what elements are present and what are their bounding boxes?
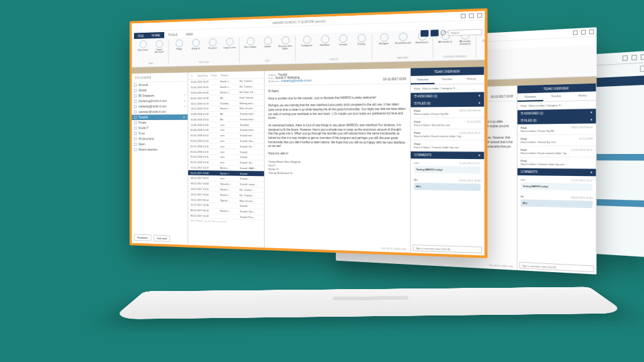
folder-icon — [134, 94, 136, 97]
folder-icon — [134, 84, 136, 87]
folder-nordic-it[interactable]: Nordic IT — [132, 125, 188, 131]
last-used-button[interactable]: Last used — [153, 234, 170, 241]
ribbon-icon — [209, 38, 216, 47]
ribbon-group-label: STATUS — [299, 57, 370, 62]
folder-recent-searches[interactable]: Recent searches — [132, 147, 188, 153]
ribbon-icon — [226, 38, 233, 46]
folders-panel: FOLDERS All emailSharedBD Singapore7char… — [132, 72, 189, 244]
ribbon-priority-button[interactable]: Priority — [353, 34, 370, 46]
ribbon-categorize-button[interactable]: Categorize — [299, 35, 315, 47]
message-row[interactable]: 11-09-2018 14:34comTemplate — [188, 122, 264, 128]
tab-view[interactable]: VIEW — [182, 31, 197, 37]
folder-icon — [134, 105, 136, 108]
ribbon-group-label: NEW — [136, 62, 167, 65]
nav-back-icon[interactable] — [421, 30, 429, 37]
ribbon-icon — [247, 37, 254, 45]
folder-private[interactable]: Private — [132, 120, 188, 126]
ribbon-icon — [140, 40, 147, 48]
team-tab-timeline[interactable]: Timeline — [543, 92, 569, 102]
window-controls[interactable] — [461, 13, 482, 19]
message-list: ▢ Date/Time From Subject 15-01-2019 16:4… — [188, 71, 265, 248]
folder-all-documents[interactable]: All documents — [132, 136, 188, 142]
comment-input[interactable] — [413, 244, 482, 253]
folder-to-do[interactable]: To do — [132, 131, 188, 136]
maximize-icon[interactable] — [469, 13, 474, 18]
folder-icon — [134, 138, 136, 141]
ribbon-import-document-button[interactable]: Import document — [152, 40, 166, 53]
folder-icon — [134, 148, 136, 151]
ribbon-unread-button[interactable]: Unread — [335, 34, 351, 46]
folder-spam[interactable]: Spam — [132, 141, 188, 147]
reference-id: Ref 181217-0001#106 — [489, 264, 513, 268]
filed-item[interactable]: Filed12-12-2018Filed in folder: Shared \… — [518, 134, 596, 146]
comment-item: Me05-02-2019 10:34dfhs — [411, 175, 484, 194]
tab-tools[interactable]: TOOLS — [164, 31, 182, 38]
ribbon-navigate-button[interactable]: Navigate — [375, 33, 392, 45]
ribbon-reply-button[interactable]: Reply — [172, 39, 187, 50]
search-input[interactable] — [448, 29, 482, 36]
message-row[interactable]: 01-01-2018 13:22comTutorial text — [188, 133, 264, 139]
col-subject[interactable]: Subject — [221, 74, 228, 77]
message-row[interactable]: 01-04-2018 12:04comTutorial-read… — [188, 128, 264, 133]
ribbon-icon — [380, 33, 388, 42]
folders-header: FOLDERS — [132, 72, 188, 82]
ribbon-copy-to-new-button[interactable]: Copy to new — [222, 38, 237, 49]
ribbon-forward-button[interactable]: Forward — [205, 38, 220, 50]
reading-pane: Subject Tutorial From Nordic IT Marketin… — [265, 69, 411, 253]
reading-body: Hi Again, Here is another one for the tu… — [265, 84, 410, 236]
filed-section[interactable]: ☰ FILED (6)▾ — [411, 99, 484, 107]
ribbon-group-label: NAVIGATE — [375, 56, 431, 60]
team-tab-history[interactable]: History — [569, 91, 596, 101]
folder-icon — [134, 132, 136, 135]
filed-item[interactable]: Filed12-09-2018 13:22Filed in folder: Em… — [411, 129, 484, 141]
search-icon[interactable] — [441, 30, 447, 36]
ribbon-icon — [264, 36, 271, 45]
ribbon-new-email-button[interactable]: New email — [136, 40, 150, 54]
filed-item[interactable]: Filed12-09-2018 13:22Filed in folder: Em… — [518, 146, 596, 158]
filed-item[interactable]: FiledFiled in folder: Tutorials folder \… — [518, 157, 596, 168]
comment-item: com17-01-2019 11:27Testing MARKS today! — [411, 158, 484, 176]
reference-id: Ref 181217-0001#106 — [382, 248, 406, 251]
main-window: reMARK NORDIC IT EUROPE [server] FILE HO… — [130, 8, 487, 258]
ribbon-smartinbound-button[interactable]: SmartInbound — [394, 33, 411, 45]
filed-item[interactable]: FiledFiled in folder: Tutorials folder \… — [411, 140, 484, 151]
folder-icon — [134, 121, 136, 124]
ribbon-delete-button[interactable]: Delete — [260, 36, 275, 51]
team-tab-overview[interactable]: Overview — [518, 93, 543, 102]
window-controls[interactable] — [573, 30, 594, 35]
filed-item[interactable]: Filed03-02-2019 09:44Filed in folder: Pr… — [518, 123, 596, 135]
ribbon-icon — [192, 39, 199, 47]
col-from[interactable]: From — [211, 74, 217, 77]
message-row[interactable]: 12-09-2018 10:54MeTutorial-read… — [188, 117, 264, 123]
ribbon-workflow-button[interactable]: Workflow — [317, 35, 333, 47]
team-tab-overview[interactable]: Overview — [411, 75, 435, 84]
close-icon[interactable] — [477, 13, 482, 18]
tab-file[interactable]: FILE — [134, 33, 148, 39]
col-date[interactable]: Date/Time — [197, 74, 208, 77]
message-row[interactable]: 01-01-2018 14:13comTutorial: Doc… — [188, 138, 264, 144]
folder-icon — [134, 127, 136, 130]
folder-tutorials[interactable]: Tutorials19 — [132, 114, 188, 120]
tab-home[interactable]: HOME — [148, 32, 164, 38]
favourites-button[interactable]: Favourites — [134, 234, 151, 241]
comments-section[interactable]: COMMENTS▾ — [411, 151, 484, 159]
minimize-icon[interactable] — [461, 14, 466, 19]
filed-item[interactable]: Filed12-12-2018Filed in folder: Shared \… — [411, 118, 484, 129]
team-tab-timeline[interactable]: Timeline — [435, 75, 459, 84]
ribbon-icon — [155, 40, 163, 48]
ribbon-icon — [357, 34, 365, 43]
ribbon-icon — [303, 35, 311, 43]
nav-fwd-icon[interactable] — [431, 30, 439, 36]
folder-icon — [134, 143, 136, 146]
ribbon-reply-all-button[interactable]: Reply all — [188, 39, 203, 50]
reading-mailbox-link[interactable]: marketing@nordic-it.com — [280, 79, 311, 83]
ribbon-remove-from-folder-button[interactable]: Remove from folder — [277, 36, 293, 50]
ribbon-icon — [484, 30, 487, 39]
comment-input[interactable] — [519, 262, 594, 272]
reading-header: Subject Tutorial From Nordic IT Marketin… — [265, 69, 410, 86]
team-tab-history[interactable]: History — [459, 75, 484, 84]
ribbon-file-in-folder-button[interactable]: File in folder — [243, 37, 258, 52]
ribbon-group-label: CORRESPONDENCE — [436, 55, 474, 59]
filed-item[interactable]: Filed03-02-2019 09:44Filed in folder: Pr… — [411, 107, 484, 118]
ribbon-icon — [281, 36, 289, 44]
